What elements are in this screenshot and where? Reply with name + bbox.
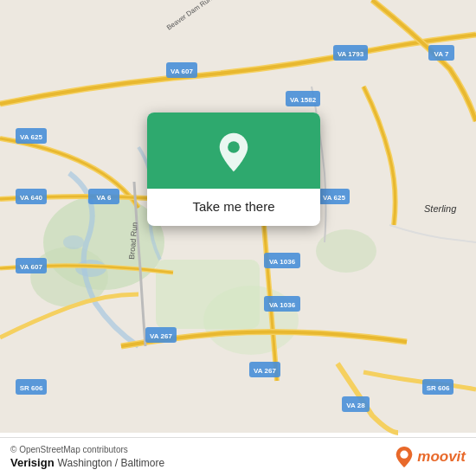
- svg-text:VA 625: VA 625: [20, 133, 42, 141]
- svg-text:Sterling: Sterling: [424, 203, 457, 214]
- svg-text:VA 1582: VA 1582: [290, 96, 317, 104]
- svg-text:VA 607: VA 607: [170, 68, 193, 75]
- map-background: VA 625 VA 7 VA 1793 VA 607 VA 1582 VA 64…: [0, 0, 476, 476]
- svg-text:SR 606: SR 606: [20, 384, 43, 392]
- svg-text:VA 28: VA 28: [346, 402, 365, 409]
- svg-text:VA 640: VA 640: [20, 194, 42, 202]
- bottom-left-info: © OpenStreetMap contributors Verisign Wa…: [10, 445, 164, 469]
- location-name: Verisign: [10, 456, 55, 469]
- map-container: VA 625 VA 7 VA 1793 VA 607 VA 1582 VA 64…: [0, 0, 476, 476]
- svg-text:SR 606: SR 606: [427, 384, 450, 392]
- moovit-brand-name: moovit: [417, 448, 466, 466]
- svg-text:VA 6: VA 6: [97, 194, 112, 202]
- svg-text:VA 607: VA 607: [20, 263, 42, 271]
- svg-text:VA 7: VA 7: [434, 50, 449, 58]
- svg-text:VA 625: VA 625: [323, 194, 345, 202]
- bottom-bar: © OpenStreetMap contributors Verisign Wa…: [0, 437, 476, 476]
- popup-header: [147, 113, 320, 189]
- svg-text:VA 267: VA 267: [254, 367, 276, 375]
- moovit-pin-icon: [395, 446, 414, 468]
- svg-text:VA 267: VA 267: [150, 332, 172, 340]
- moovit-logo[interactable]: moovit: [395, 446, 466, 468]
- svg-text:VA 1793: VA 1793: [338, 50, 364, 58]
- svg-text:VA 1036: VA 1036: [269, 258, 296, 266]
- location-pin-icon: [213, 132, 254, 173]
- location-subtitle: Washington / Baltimore: [58, 457, 165, 469]
- svg-point-44: [401, 451, 408, 459]
- take-me-there-button[interactable]: Take me there: [147, 189, 320, 226]
- osm-attribution: © OpenStreetMap contributors: [10, 445, 164, 454]
- svg-point-43: [228, 141, 240, 153]
- svg-point-7: [63, 235, 84, 249]
- svg-text:VA 1036: VA 1036: [269, 301, 296, 309]
- popup-card: Take me there: [147, 113, 320, 226]
